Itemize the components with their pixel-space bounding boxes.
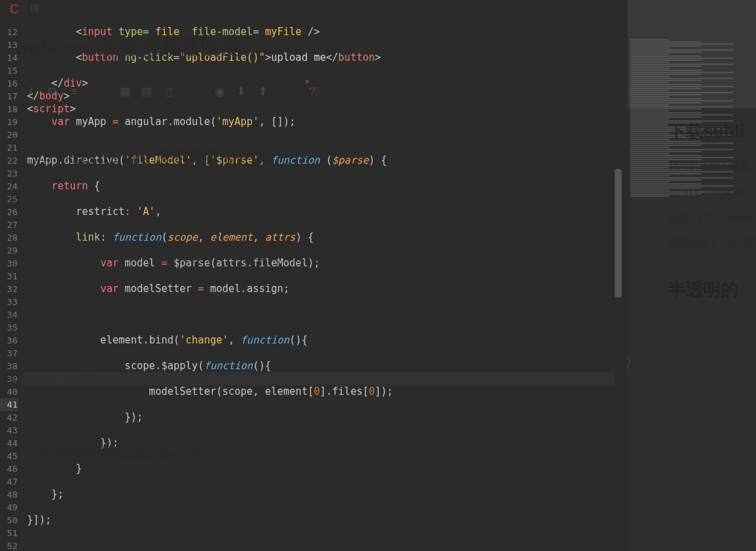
line-number: 33: [0, 295, 18, 308]
line-number: 50: [0, 514, 18, 527]
code-line[interactable]: });: [27, 411, 621, 424]
line-number: 24: [0, 180, 18, 193]
code-line[interactable]: }: [27, 462, 621, 475]
code-editor[interactable]: 1213141516171819202122232425262728293031…: [0, 0, 756, 551]
line-number: 20: [0, 128, 18, 141]
next-arrow-icon: 〉: [624, 352, 638, 372]
article-paragraph: 我用的是git下载插: [668, 156, 756, 176]
code-line[interactable]: [27, 398, 621, 411]
code-line[interactable]: [27, 540, 621, 551]
code-line[interactable]: <button ng-click="uploadFile()">upload m…: [27, 51, 621, 64]
line-number: 22: [0, 154, 18, 167]
code-line[interactable]: [27, 308, 621, 321]
line-number: 43: [0, 424, 18, 437]
line-number: 19: [0, 116, 18, 128]
line-number: 34: [0, 308, 18, 321]
article-code-block: git clone htt: [683, 184, 756, 201]
line-number: 21: [0, 141, 18, 154]
line-number: 35: [0, 321, 18, 334]
code-line[interactable]: [27, 128, 621, 141]
line-number: 38: [0, 360, 18, 373]
code-line[interactable]: restrict: 'A',: [27, 206, 621, 218]
code-line[interactable]: [27, 193, 621, 206]
code-line[interactable]: <script>: [27, 103, 621, 116]
code-line[interactable]: }]);: [27, 514, 621, 527]
line-number: 40: [0, 385, 18, 398]
line-number: 12: [0, 26, 18, 39]
code-line[interactable]: var modelSetter = model.assign;: [27, 283, 621, 295]
code-line[interactable]: modelSetter(scope, element[0].files[0]);: [27, 385, 621, 398]
code-line[interactable]: [27, 424, 621, 437]
line-number: 13: [0, 39, 18, 51]
code-line[interactable]: </body>: [27, 90, 621, 103]
line-number: 23: [0, 167, 18, 180]
code-line[interactable]: <input type= file file-model= myFile />: [27, 26, 621, 39]
line-number: 52: [0, 540, 18, 551]
code-line[interactable]: [27, 64, 621, 77]
code-line[interactable]: [27, 373, 621, 385]
line-number: 42: [0, 411, 18, 424]
line-number: 18: [0, 103, 18, 116]
line-number: 51: [0, 527, 18, 540]
code-line[interactable]: [27, 141, 621, 154]
code-line[interactable]: </div>: [27, 77, 621, 90]
line-number: 44: [0, 437, 18, 450]
line-number: 37: [0, 347, 18, 360]
code-line[interactable]: [27, 270, 621, 283]
line-number: 15: [0, 64, 18, 77]
code-line[interactable]: link: function(scope, element, attrs) {: [27, 231, 621, 244]
line-number: 39: [0, 373, 18, 385]
line-number: 16: [0, 77, 18, 90]
code-line[interactable]: [27, 218, 621, 231]
article-paragraph: 然后，打开sublime: [668, 209, 756, 229]
line-number: 26: [0, 206, 18, 218]
line-number: 17: [0, 90, 18, 103]
line-number-gutter[interactable]: 1213141516171819202122232425262728293031…: [0, 0, 23, 551]
vertical-scrollbar-thumb[interactable]: [615, 169, 622, 297]
minimap-viewport[interactable]: [628, 0, 756, 108]
code-line[interactable]: [27, 527, 621, 540]
line-number: 14: [0, 51, 18, 64]
line-number: 27: [0, 218, 18, 231]
code-line[interactable]: [27, 244, 621, 257]
line-number: 32: [0, 283, 18, 295]
line-number: 48: [0, 488, 18, 501]
section-heading-download: 下载subli: [668, 115, 756, 148]
line-number: 49: [0, 501, 18, 514]
code-line[interactable]: [27, 347, 621, 360]
line-number: 31: [0, 270, 18, 283]
code-line[interactable]: [27, 167, 621, 180]
code-line[interactable]: [27, 450, 621, 462]
code-line[interactable]: var myApp = angular.module('myApp', []);: [27, 116, 621, 128]
line-number: 36: [0, 334, 18, 347]
background-article-right-fragment: 下载subli 我用的是git下载插 git clone htt 然后，打开su…: [668, 95, 756, 314]
code-line[interactable]: var model = $parse(attrs.fileModel);: [27, 257, 621, 270]
code-line[interactable]: [27, 295, 621, 308]
code-line[interactable]: myApp.directive('fileModel', ['$parse', …: [27, 154, 621, 167]
line-number: 47: [0, 475, 18, 488]
line-number: 28: [0, 231, 18, 244]
line-number: 29: [0, 244, 18, 257]
line-number: 25: [0, 193, 18, 206]
code-line[interactable]: [27, 501, 621, 514]
code-line[interactable]: [27, 475, 621, 488]
line-number: 45: [0, 450, 18, 462]
code-line[interactable]: };: [27, 488, 621, 501]
code-line[interactable]: scope.$apply(function(){: [27, 360, 621, 373]
code-line[interactable]: });: [27, 437, 621, 450]
section-heading-semi-transparent: 半透明的: [668, 273, 756, 306]
code-line[interactable]: element.bind('change', function(){: [27, 334, 621, 347]
article-paragraph: 接着就ok了，如果不: [668, 233, 756, 253]
code-line[interactable]: [27, 39, 621, 51]
code-area[interactable]: <input type= file file-model= myFile /> …: [23, 0, 621, 551]
line-number: 30: [0, 257, 18, 270]
line-number: 46: [0, 462, 18, 475]
line-number: 41: [0, 398, 18, 411]
code-line[interactable]: [27, 321, 621, 334]
code-line[interactable]: return {: [27, 180, 621, 193]
